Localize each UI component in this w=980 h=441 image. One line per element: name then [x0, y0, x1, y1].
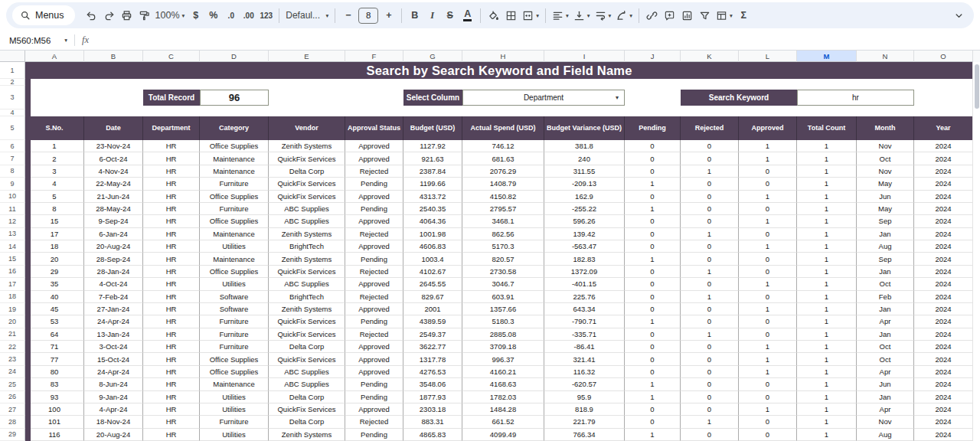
table-cell[interactable]: 0	[739, 253, 797, 265]
table-cell[interactable]: 8-Jun-24	[84, 378, 143, 390]
vertical-align-button[interactable]: ▾	[571, 5, 593, 25]
table-cell[interactable]: ABC Supplies	[269, 203, 345, 215]
table-cell[interactable]: Furniture	[200, 416, 269, 428]
table-header-cell[interactable]: Category	[200, 116, 269, 140]
table-cell[interactable]: Furniture	[200, 178, 269, 190]
decrease-font-size-button[interactable]: −	[339, 5, 357, 25]
row-number[interactable]: 16	[0, 266, 25, 278]
table-cell[interactable]: Furniture	[200, 315, 269, 328]
row-number[interactable]: 3	[0, 86, 25, 109]
italic-button[interactable]: I	[423, 5, 441, 25]
table-cell[interactable]: Furniture	[200, 328, 269, 341]
table-cell[interactable]: 0	[625, 328, 681, 341]
table-cell[interactable]: Oct	[857, 278, 914, 290]
row-number[interactable]: 4	[0, 109, 25, 116]
row-number[interactable]: 26	[0, 391, 25, 403]
table-cell[interactable]: 0	[681, 203, 739, 215]
table-cell[interactable]: ABC Supplies	[269, 378, 345, 390]
table-cell[interactable]: Jan	[857, 266, 914, 278]
table-cell[interactable]: QuickFix Services	[269, 266, 345, 278]
table-cell[interactable]: 0	[625, 266, 681, 278]
table-cell[interactable]: Approved	[345, 240, 403, 253]
merge-cells-button[interactable]: ▾	[520, 5, 541, 25]
table-cell[interactable]: 0	[625, 353, 681, 365]
more-formats-button[interactable]: 123	[257, 5, 275, 25]
table-cell[interactable]: 4160.21	[462, 366, 544, 378]
table-cell[interactable]: Software	[200, 303, 269, 315]
row-number[interactable]: 13	[0, 228, 25, 240]
table-cell[interactable]: Approved	[345, 140, 403, 152]
horizontal-align-button[interactable]: ▾	[550, 5, 571, 25]
table-cell[interactable]: 2024	[914, 140, 973, 152]
table-cell[interactable]: HR	[143, 240, 200, 253]
table-cell[interactable]: 1	[797, 266, 857, 278]
table-cell[interactable]: Zenith Systems	[269, 253, 345, 265]
table-cell[interactable]: Oct	[857, 353, 914, 365]
table-cell[interactable]: QuickFix Services	[269, 403, 345, 416]
undo-button[interactable]	[83, 5, 100, 25]
table-cell[interactable]: 77	[25, 353, 84, 365]
column-header-M[interactable]: M	[797, 51, 857, 62]
table-cell[interactable]: Pending	[345, 253, 403, 265]
table-cell[interactable]: Jan	[857, 303, 914, 315]
table-cell[interactable]: 1	[797, 341, 857, 353]
table-cell[interactable]: May	[857, 178, 914, 190]
table-cell[interactable]: 0	[739, 291, 797, 303]
table-cell[interactable]: HR	[143, 152, 200, 165]
table-cell[interactable]: 0	[625, 152, 681, 165]
scrollbar-thumb[interactable]	[975, 64, 979, 109]
column-header-K[interactable]: K	[681, 51, 739, 62]
table-cell[interactable]: 24-Apr-24	[84, 366, 143, 378]
table-cell[interactable]: 1	[797, 416, 857, 428]
table-cell[interactable]: 9-Jan-24	[84, 391, 143, 403]
percent-format-button[interactable]: %	[204, 5, 222, 25]
table-cell[interactable]: Office Supplies	[200, 191, 269, 203]
table-cell[interactable]: 2303.18	[403, 403, 462, 416]
table-cell[interactable]: 0	[681, 178, 739, 190]
table-cell[interactable]: 7-Feb-24	[84, 291, 143, 303]
table-cell[interactable]: 2795.57	[462, 203, 544, 215]
table-cell[interactable]: -790.71	[544, 315, 625, 328]
table-cell[interactable]: 3709.18	[462, 341, 544, 353]
table-cell[interactable]: 0	[625, 366, 681, 378]
table-cell[interactable]: Rejected	[345, 291, 403, 303]
table-cell[interactable]: HR	[143, 291, 200, 303]
table-cell[interactable]: 1	[681, 416, 739, 428]
table-cell[interactable]: 221.79	[544, 416, 625, 428]
table-cell[interactable]: 0	[625, 215, 681, 227]
table-cell[interactable]: 2024	[914, 403, 973, 416]
table-cell[interactable]: Zenith Systems	[269, 303, 345, 315]
table-cell[interactable]: 0	[625, 303, 681, 315]
table-cell[interactable]: 1	[797, 215, 857, 227]
row-number[interactable]: 5	[0, 116, 25, 140]
table-header-cell[interactable]: Date	[84, 116, 143, 140]
table-cell[interactable]: Maintenance	[200, 253, 269, 265]
table-cell[interactable]: 2024	[914, 378, 973, 390]
table-cell[interactable]: Approved	[345, 341, 403, 353]
table-cell[interactable]: Apr	[857, 366, 914, 378]
table-cell[interactable]: 53	[25, 315, 84, 328]
table-cell[interactable]: 1	[797, 328, 857, 341]
table-cell[interactable]: 2024	[914, 278, 973, 290]
table-cell[interactable]: 2001	[403, 303, 462, 315]
table-cell[interactable]: Approved	[345, 403, 403, 416]
table-cell[interactable]: Office Supplies	[200, 366, 269, 378]
table-cell[interactable]: 1	[797, 315, 857, 328]
table-cell[interactable]: 6-Jan-24	[84, 228, 143, 240]
table-cell[interactable]: Approved	[345, 278, 403, 290]
table-cell[interactable]: Nov	[857, 416, 914, 428]
table-cell[interactable]: Pending	[345, 391, 403, 403]
row-number[interactable]: 17	[0, 278, 25, 290]
font-size-input[interactable]: 8	[358, 8, 378, 24]
table-cell[interactable]: 13-Jan-24	[84, 328, 143, 341]
zoom-selector[interactable]: 100%▾	[153, 5, 188, 25]
table-cell[interactable]: 1	[25, 140, 84, 152]
table-header-cell[interactable]: Year	[914, 116, 973, 140]
currency-format-button[interactable]: $	[187, 5, 204, 25]
column-header-I[interactable]: I	[544, 51, 625, 62]
select-column-dropdown[interactable]: Department ▾	[462, 90, 625, 106]
table-cell[interactable]: 2	[25, 152, 84, 165]
table-cell[interactable]: 0	[681, 191, 739, 203]
table-cell[interactable]: 3622.77	[403, 341, 462, 353]
table-cell[interactable]: Zenith Systems	[269, 228, 345, 240]
